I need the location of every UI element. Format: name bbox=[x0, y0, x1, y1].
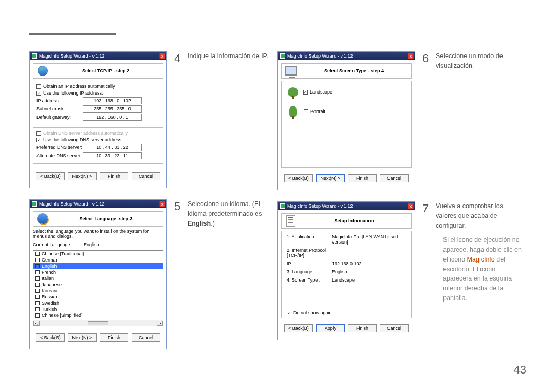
landscape-option[interactable]: Landscape bbox=[288, 87, 405, 97]
screentype-box: Landscape Portrait bbox=[281, 81, 412, 168]
next-button[interactable]: Next(N) > bbox=[316, 174, 345, 182]
info-row: 3. Language :English bbox=[287, 269, 406, 274]
current-language-row: Current Language : English bbox=[33, 242, 163, 247]
top-accent bbox=[29, 33, 116, 35]
step-number: 4 bbox=[167, 51, 188, 65]
finish-button[interactable]: Finish bbox=[100, 172, 128, 180]
close-icon[interactable]: X bbox=[408, 53, 414, 59]
pref-dns-field[interactable]: 10 . 44 . 33 . 22 bbox=[83, 144, 142, 151]
wizard-title-text: MagicInfo Setup Wizard - v.1.12 bbox=[39, 201, 159, 207]
language-item-checkbox[interactable] bbox=[35, 258, 40, 262]
wizard-title-bar: MagicInfo Setup Wizard - v.1.12 X bbox=[278, 202, 415, 210]
close-icon[interactable]: X bbox=[159, 201, 165, 207]
use-following-dns-label: Use the following DNS server address: bbox=[43, 137, 123, 142]
button-row: < Back(B) Next(N) > Finish Cancel bbox=[33, 327, 163, 346]
language-item-checkbox[interactable] bbox=[35, 276, 40, 281]
next-button[interactable]: Next(N) > bbox=[68, 333, 97, 342]
button-row: < Back(B) Apply Finish Cancel bbox=[281, 318, 412, 337]
scroll-left-icon[interactable]: < bbox=[33, 321, 40, 326]
close-icon[interactable]: X bbox=[159, 53, 165, 59]
close-icon[interactable]: X bbox=[408, 203, 414, 209]
language-item[interactable]: Turkish bbox=[33, 306, 163, 312]
cancel-button[interactable]: Cancel bbox=[380, 324, 409, 332]
cancel-button[interactable]: Cancel bbox=[380, 174, 409, 182]
use-following-dns-line[interactable]: Use the following DNS server address: bbox=[36, 137, 160, 142]
language-item[interactable]: German bbox=[33, 257, 163, 263]
alt-dns-field[interactable]: 10 . 33 . 22 . 11 bbox=[83, 152, 142, 159]
step-caption: Seleccione un idioma. (El idioma predete… bbox=[188, 199, 275, 228]
button-row: < Back(B) Next(N) > Finish Cancel bbox=[33, 166, 163, 184]
apply-button[interactable]: Apply bbox=[316, 324, 345, 332]
subnet-label: Subnet mask: bbox=[36, 106, 83, 111]
globe-ring-icon bbox=[35, 213, 50, 225]
landscape-checkbox[interactable] bbox=[303, 90, 308, 95]
wizard-title-text: MagicInfo Setup Wizard - v.1.12 bbox=[39, 53, 159, 59]
wizard-title-bar: MagicInfo Setup Wizard - v.1.12 X bbox=[30, 200, 166, 208]
wizard-screentype: MagicInfo Setup Wizard - v.1.12 X Select… bbox=[278, 51, 415, 190]
language-item-checkbox[interactable] bbox=[35, 295, 40, 299]
back-button[interactable]: < Back(B) bbox=[36, 333, 65, 342]
wizard-app-icon bbox=[32, 201, 37, 207]
portrait-checkbox[interactable] bbox=[304, 109, 308, 114]
wizard-app-icon bbox=[32, 53, 37, 59]
next-button[interactable]: Next(N) > bbox=[68, 172, 97, 180]
document-icon bbox=[283, 215, 299, 227]
use-following-dns-checkbox[interactable] bbox=[36, 138, 41, 142]
subnet-field[interactable]: 255 . 255 . 255 . 0 bbox=[83, 105, 142, 113]
use-following-checkbox[interactable] bbox=[36, 91, 41, 96]
step-number: 5 bbox=[167, 199, 188, 213]
info-row: IP :192.168.0.102 bbox=[287, 261, 406, 266]
do-not-show-checkbox[interactable] bbox=[287, 311, 291, 315]
gateway-field[interactable]: 192 . 168 . 0 . 1 bbox=[83, 114, 142, 121]
button-row: < Back(B) Next(N) > Finish Cancel bbox=[281, 168, 412, 186]
language-item-checkbox[interactable] bbox=[35, 252, 40, 256]
back-button[interactable]: < Back(B) bbox=[36, 172, 65, 180]
finish-button[interactable]: Finish bbox=[100, 333, 128, 342]
language-item-checkbox[interactable] bbox=[35, 289, 40, 293]
language-item[interactable]: Korean bbox=[33, 288, 163, 294]
dns-group: Obtain DNS server address automatically … bbox=[33, 127, 163, 164]
language-item-checkbox[interactable] bbox=[35, 270, 40, 274]
pref-dns-label: Preferred DNS server: bbox=[36, 145, 83, 150]
language-item[interactable]: Chinese [Simplified] bbox=[33, 312, 163, 319]
language-item[interactable]: Swedish bbox=[33, 300, 163, 306]
obtain-auto-label: Obtain an IP address automatically bbox=[43, 84, 115, 89]
language-item-checkbox[interactable] bbox=[35, 301, 40, 305]
use-following-line[interactable]: Use the following IP address: bbox=[36, 90, 160, 96]
portrait-option[interactable]: Portrait bbox=[288, 106, 405, 117]
language-item-checkbox[interactable] bbox=[35, 307, 40, 311]
language-item[interactable]: English bbox=[33, 263, 163, 269]
scrollbar-thumb[interactable] bbox=[88, 321, 108, 325]
ip-field[interactable]: 192 . 168 . 0 . 102 bbox=[83, 97, 142, 104]
scroll-right-icon[interactable]: > bbox=[157, 321, 163, 326]
portrait-label: Portrait bbox=[310, 109, 325, 114]
step-caption: Vuelva a comprobar los valores que acaba… bbox=[436, 201, 523, 303]
language-item-checkbox[interactable] bbox=[35, 283, 40, 287]
wizard-setupinfo: MagicInfo Setup Wizard - v.1.12 X Setup … bbox=[278, 201, 415, 340]
back-button[interactable]: < Back(B) bbox=[284, 324, 313, 332]
page-number: 43 bbox=[514, 363, 526, 377]
language-item-checkbox[interactable] bbox=[35, 313, 40, 318]
language-item[interactable]: French bbox=[33, 269, 163, 275]
finish-button[interactable]: Finish bbox=[348, 324, 377, 332]
step-header: Select Language -step 3 bbox=[33, 211, 163, 227]
language-item[interactable]: Chinese [Traditional] bbox=[33, 251, 163, 257]
obtain-auto-line[interactable]: Obtain an IP address automatically bbox=[36, 84, 160, 89]
step-number: 7 bbox=[415, 201, 436, 215]
obtain-auto-checkbox[interactable] bbox=[36, 84, 41, 89]
wizard-title-text: MagicInfo Setup Wizard - v.1.12 bbox=[287, 53, 408, 59]
step-caption: Seleccione un modo de visualización. bbox=[436, 51, 523, 71]
do-not-show-line[interactable]: Do not show again bbox=[287, 310, 406, 315]
language-item[interactable]: Russian bbox=[33, 294, 163, 300]
language-item[interactable]: Japanese bbox=[33, 282, 163, 288]
portrait-icon bbox=[289, 106, 297, 117]
step-caption: Indique la información de IP. bbox=[188, 51, 268, 61]
cancel-button[interactable]: Cancel bbox=[132, 333, 160, 342]
language-listbox[interactable]: Chinese [Traditional]GermanEnglishFrench… bbox=[33, 250, 163, 326]
finish-button[interactable]: Finish bbox=[348, 174, 377, 182]
back-button[interactable]: < Back(B) bbox=[284, 174, 313, 182]
current-language-value: English bbox=[84, 242, 99, 247]
language-item-checkbox[interactable] bbox=[35, 264, 40, 268]
language-item[interactable]: Italian bbox=[33, 275, 163, 282]
cancel-button[interactable]: Cancel bbox=[132, 172, 160, 180]
